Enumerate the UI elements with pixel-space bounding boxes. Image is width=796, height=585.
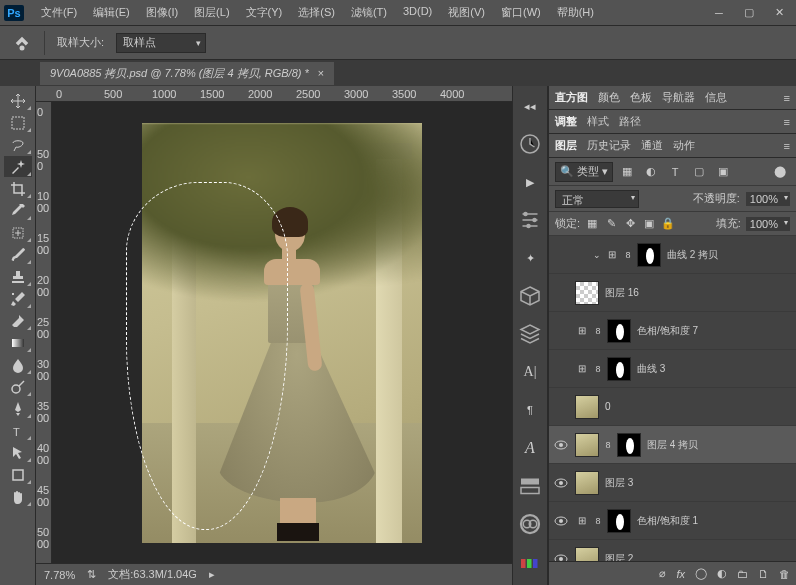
tab-swatch[interactable]: 色板 [630, 90, 652, 105]
blend-mode-dropdown[interactable]: 正常 [555, 190, 639, 208]
layer-mask-thumb[interactable] [617, 433, 641, 457]
close-tab-icon[interactable]: × [318, 67, 324, 79]
visibility-toggle[interactable] [551, 516, 571, 526]
tab-color[interactable]: 颜色 [598, 90, 620, 105]
visibility-toggle[interactable] [551, 440, 571, 450]
menu-edit[interactable]: 编辑(E) [86, 2, 137, 23]
tab-history[interactable]: 历史记录 [587, 138, 631, 153]
panel-expand-icon[interactable]: ◂◂ [518, 94, 542, 118]
link-icon[interactable]: 8 [593, 516, 603, 526]
canvas-viewport[interactable] [52, 102, 512, 563]
lock-all-icon[interactable]: 🔒 [661, 217, 675, 231]
layer-mask-thumb[interactable] [607, 319, 631, 343]
new-layer-icon[interactable]: 🗋 [758, 568, 769, 580]
brush-tool[interactable] [4, 244, 32, 265]
visibility-toggle[interactable] [551, 554, 571, 562]
filter-pixel-icon[interactable]: ▦ [617, 163, 637, 181]
menu-help[interactable]: 帮助(H) [550, 2, 601, 23]
type-tool[interactable]: T [4, 420, 32, 441]
marquee-tool[interactable] [4, 112, 32, 133]
layer-fx-icon[interactable]: fx [676, 568, 685, 580]
tab-navigator[interactable]: 导航器 [662, 90, 695, 105]
menu-window[interactable]: 窗口(W) [494, 2, 548, 23]
delete-layer-icon[interactable]: 🗑 [779, 568, 790, 580]
layer-name[interactable]: 曲线 3 [637, 362, 665, 376]
link-icon[interactable]: 8 [593, 364, 603, 374]
shape-tool[interactable] [4, 464, 32, 485]
minimize-button[interactable]: ─ [706, 4, 732, 22]
panel-menu-icon[interactable]: ≡ [784, 140, 790, 152]
eyedropper-tool[interactable] [4, 200, 32, 221]
crop-tool[interactable] [4, 178, 32, 199]
cc-panel-icon[interactable] [518, 512, 542, 536]
blur-tool[interactable] [4, 354, 32, 375]
sample-size-dropdown[interactable]: 取样点 [116, 33, 206, 53]
maximize-button[interactable]: ▢ [736, 4, 762, 22]
menu-image[interactable]: 图像(I) [139, 2, 185, 23]
para-panel-icon[interactable]: ¶ [518, 398, 542, 422]
tab-adjustments[interactable]: 调整 [555, 114, 577, 129]
healing-tool[interactable] [4, 222, 32, 243]
link-icon[interactable]: 8 [593, 326, 603, 336]
tab-layers[interactable]: 图层 [555, 138, 577, 153]
menu-filter[interactable]: 滤镜(T) [344, 2, 394, 23]
zoom-chevron-icon[interactable]: ⇅ [87, 568, 96, 581]
lock-position-icon[interactable]: ✥ [623, 217, 637, 231]
tab-info[interactable]: 信息 [705, 90, 727, 105]
filter-smart-icon[interactable]: ▣ [713, 163, 733, 181]
lasso-tool[interactable] [4, 134, 32, 155]
filter-toggle[interactable]: ⬤ [770, 163, 790, 181]
layer-row[interactable]: 图层 2 [549, 540, 796, 561]
layer-name[interactable]: 图层 16 [605, 286, 639, 300]
menu-view[interactable]: 视图(V) [441, 2, 492, 23]
layer-mask-thumb[interactable] [607, 357, 631, 381]
layer-row[interactable]: ⌄⊞8曲线 2 拷贝 [549, 236, 796, 274]
layer-name[interactable]: 图层 3 [605, 476, 633, 490]
tab-actions[interactable]: 动作 [673, 138, 695, 153]
zoom-level[interactable]: 7.78% [44, 569, 75, 581]
lock-brush-icon[interactable]: ✎ [604, 217, 618, 231]
layer-name[interactable]: 图层 4 拷贝 [647, 438, 698, 452]
swatches-panel-icon[interactable] [518, 550, 542, 574]
link-icon[interactable]: 8 [603, 440, 613, 450]
history-panel-icon[interactable] [518, 132, 542, 156]
visibility-toggle[interactable] [551, 478, 571, 488]
layer-name[interactable]: 色相/饱和度 1 [637, 514, 698, 528]
layer-thumb[interactable] [575, 471, 599, 495]
styles-panel-icon[interactable] [518, 474, 542, 498]
layer-name[interactable]: 0 [605, 401, 611, 412]
gradient-tool[interactable] [4, 332, 32, 353]
layer-thumb[interactable] [575, 281, 599, 305]
tab-channels[interactable]: 通道 [641, 138, 663, 153]
layer-name[interactable]: 曲线 2 拷贝 [667, 248, 718, 262]
layer-mask-thumb[interactable] [637, 243, 661, 267]
tab-histogram[interactable]: 直方图 [555, 90, 588, 105]
layer-filter-dropdown[interactable]: 🔍 类型 ▾ [555, 162, 613, 182]
layer-name[interactable]: 色相/饱和度 7 [637, 324, 698, 338]
group-icon[interactable]: 🗀 [737, 568, 748, 580]
menu-layer[interactable]: 图层(L) [187, 2, 236, 23]
menu-3d[interactable]: 3D(D) [396, 2, 439, 23]
actions-panel-icon[interactable]: ▶ [518, 170, 542, 194]
layer-row[interactable]: 图层 16 [549, 274, 796, 312]
layer-row[interactable]: ⊞8曲线 3 [549, 350, 796, 388]
path-select-tool[interactable] [4, 442, 32, 463]
brush-panel-icon[interactable]: ✦ [518, 246, 542, 270]
document-tab[interactable]: 9V0A0885 拷贝.psd @ 7.78% (图层 4 拷贝, RGB/8)… [40, 62, 334, 85]
menu-select[interactable]: 选择(S) [291, 2, 342, 23]
move-tool[interactable] [4, 90, 32, 111]
status-chevron-icon[interactable]: ▸ [209, 568, 215, 581]
layer-row[interactable]: 8图层 4 拷贝 [549, 426, 796, 464]
lock-pixels-icon[interactable]: ▦ [585, 217, 599, 231]
dodge-tool[interactable] [4, 376, 32, 397]
3d-panel-icon[interactable] [518, 284, 542, 308]
history-brush-tool[interactable] [4, 288, 32, 309]
layers-panel-icon[interactable] [518, 322, 542, 346]
panel-menu-icon[interactable]: ≡ [784, 116, 790, 128]
close-button[interactable]: ✕ [766, 4, 792, 22]
menu-type[interactable]: 文字(Y) [239, 2, 290, 23]
panel-menu-icon[interactable]: ≡ [784, 92, 790, 104]
hand-tool[interactable] [4, 486, 32, 507]
layer-thumb[interactable] [575, 433, 599, 457]
link-icon[interactable]: 8 [623, 250, 633, 260]
